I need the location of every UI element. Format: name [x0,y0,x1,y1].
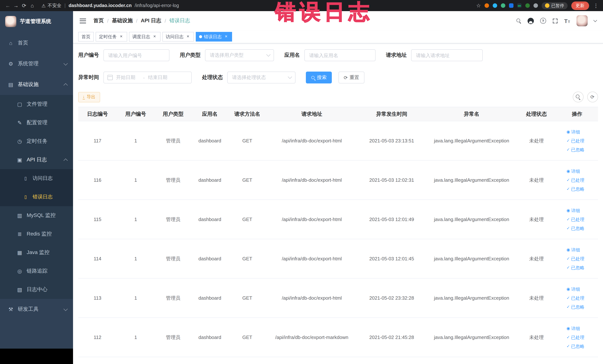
paused-badge[interactable]: 已暂停 [542,2,568,9]
home-button[interactable]: ⌂ [28,3,36,9]
filter-row-2: 异常时间 开始日期 - 结束日期 处理状态 请选择处理状态 [78,71,598,83]
sidebar-item-label: 访问日志 [33,175,53,182]
close-icon[interactable]: × [185,34,191,39]
detail-link[interactable]: ◉详细 [567,245,596,254]
detail-link[interactable]: ◉详细 [567,206,596,215]
search-button[interactable]: 搜索 [306,71,332,83]
processed-link[interactable]: ✓已处理 [567,333,596,342]
detail-link[interactable]: ◉详细 [567,127,596,136]
sidebar-item-api-log[interactable]: ▣ API 日志 [0,151,73,169]
export-button[interactable]: ↓ 导出 [78,92,100,102]
breadcrumb-item[interactable]: API 日志 [141,17,161,24]
chrome-menu-icon[interactable]: ⋮ [593,3,599,9]
sidebar-item-java[interactable]: ▦ Java 监控 [0,243,73,262]
sidebar-item-redis[interactable]: ≣ Redis 监控 [0,225,73,243]
extension-icon[interactable] [501,3,505,8]
sidebar-item-dev-tools[interactable]: ⚒ 研发工具 [0,299,73,320]
ignored-link[interactable]: ✓已忽略 [567,185,596,193]
extension-icon[interactable]: on [517,3,522,8]
security-status[interactable]: ⚠ 不安全 [42,2,61,9]
search-icon[interactable] [516,18,521,23]
breadcrumb-item[interactable]: 基础设施 [112,17,133,24]
processed-link[interactable]: ✓已处理 [567,176,596,185]
extension-icon[interactable] [509,3,513,8]
table-row: 117 1 管理员 dashboard GET /api/infra/db-do… [78,121,598,160]
sidebar-item-access-log[interactable]: ▯ 访问日志 [0,169,73,188]
filter-label: 异常时间 [78,74,99,81]
ignored-link[interactable]: ✓已忽略 [567,145,596,154]
search-button-group: 搜索 [306,71,332,83]
date-range-picker[interactable]: 开始日期 - 结束日期 [104,71,192,83]
ignored-link[interactable]: ✓已忽略 [567,303,596,311]
navbar-right: ? TT [516,15,596,26]
breadcrumb-item[interactable]: 首页 [93,17,104,24]
chevron-down-icon [288,75,292,79]
user-id-input[interactable] [104,49,169,61]
extension-icon[interactable] [525,3,530,8]
browser-chrome: ← → ⟳ ⌂ ⚠ 不安全 | dashboard.yudao.iocoder.… [0,0,603,11]
request-url-input[interactable] [411,49,483,61]
cell-exception-time: 2021-05-02 23:32:28 [357,278,426,318]
sidebar-item-job[interactable]: ◷ 定时任务 [0,132,73,151]
sidebar-item-config[interactable]: ✎ 配置管理 [0,114,73,132]
sidebar-item-file[interactable]: ▢ 文件管理 [0,95,73,114]
detail-link[interactable]: ◉详细 [567,167,596,176]
sidebar-item-mysql[interactable]: ▥ MySQL 监控 [0,206,73,225]
help-icon[interactable]: ? [540,18,546,24]
refresh-button[interactable]: ⟳ [587,92,598,102]
close-icon[interactable]: × [152,34,157,39]
process-status-select[interactable]: 请选择处理状态 [227,71,295,83]
ignored-link[interactable]: ✓已忽略 [567,224,596,233]
sidebar-item-trace[interactable]: ◎ 链路追踪 [0,262,73,280]
col-header-method: 请求方法名 [228,107,267,121]
tab-home[interactable]: 首页 [78,32,94,42]
cell-log-id: 113 [78,278,117,318]
eye-icon: ◉ [567,169,570,173]
detail-link[interactable]: ◉详细 [567,285,596,294]
sidebar-item-infra[interactable]: ▤ 基础设施 [0,74,73,95]
reload-button[interactable]: ⟳ [20,3,28,9]
font-size-icon[interactable]: TT [564,18,570,23]
avatar[interactable] [576,15,587,26]
processed-link[interactable]: ✓已处理 [567,136,596,145]
chevron-down-icon[interactable] [593,18,597,22]
processed-link[interactable]: ✓已处理 [567,215,596,224]
detail-link[interactable]: ◉详细 [567,324,596,333]
bookmark-star-icon[interactable]: ☆ [476,3,481,9]
extension-icon[interactable] [493,3,497,8]
cell-method: GET [228,121,267,160]
sidebar-item-log-center[interactable]: ▧ 日志中心 [0,280,73,299]
close-icon[interactable]: × [223,34,229,39]
toggle-search-button[interactable] [573,92,583,102]
sidebar-item-label: 系统管理 [18,60,39,67]
github-icon[interactable] [528,18,534,24]
fullscreen-icon[interactable] [552,18,558,23]
forward-button[interactable]: → [12,3,20,9]
tab-access-log[interactable]: 访问日志 × [162,32,194,42]
sidebar-item-system[interactable]: ⚙ 系统管理 [0,53,73,74]
tab-error-log[interactable]: 错误日志 × [196,32,232,42]
chrome-update-button[interactable]: 更新 [571,1,589,10]
col-header-log-id: 日志编号 [78,107,117,121]
hamburger-icon[interactable] [80,18,86,23]
sidebar-item-label: Redis 监控 [27,231,52,237]
app-name-input[interactable] [304,49,376,61]
sidebar-item-error-log[interactable]: ▯ 错误日志 [0,188,73,206]
extensions-puzzle-icon[interactable] [533,3,538,8]
ignored-link[interactable]: ✓已忽略 [567,342,596,351]
address-bar[interactable]: ⚠ 不安全 | dashboard.yudao.iocoder.cn/infra… [42,2,476,9]
user-type-select[interactable]: 请选择用户类型 [205,49,274,61]
processed-link[interactable]: ✓已处理 [567,294,596,303]
close-icon[interactable]: × [119,34,124,39]
tab-schedule-log[interactable]: 调度日志 × [129,32,161,42]
app-logo-row[interactable]: 芋道管理系统 [0,11,73,32]
sidebar-item-home[interactable]: ⌂ 首页 [0,33,73,53]
processed-link[interactable]: ✓已处理 [567,254,596,263]
reset-button[interactable]: ⟳ 重置 [338,71,364,83]
extension-icon[interactable] [485,3,489,8]
breadcrumb-separator: / [165,18,166,24]
back-button[interactable]: ← [4,3,12,9]
ignored-link[interactable]: ✓已忽略 [567,263,596,272]
tab-job[interactable]: 定时任务 × [96,32,127,42]
cell-app-name: dashboard [192,318,228,357]
